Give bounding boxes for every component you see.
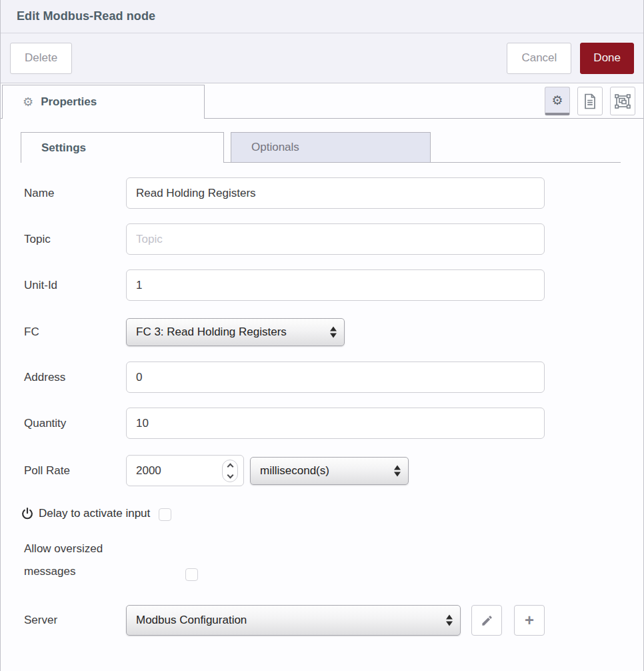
name-row: Name: [24, 177, 643, 209]
tab-optionals[interactable]: Optionals: [231, 132, 431, 162]
poll-rate-row: Poll Rate millisecond(s): [24, 455, 643, 486]
oversized-checkbox[interactable]: [185, 568, 198, 581]
unit-id-label: Unit-Id: [24, 279, 126, 292]
editor-icon-buttons: ⚙: [545, 87, 635, 115]
properties-tab-button[interactable]: ⚙: [545, 87, 570, 115]
updown-arrows-icon: [330, 327, 337, 338]
dialog-title: Edit Modbus-Read node: [17, 9, 155, 23]
done-button[interactable]: Done: [580, 43, 634, 74]
plus-icon: +: [525, 611, 534, 630]
address-label: Address: [24, 371, 126, 384]
gear-icon: ⚙: [551, 94, 563, 107]
editor-tab-bar: ⚙ Properties ⚙: [1, 83, 643, 119]
edit-node-dialog: Edit Modbus-Read node Delete Cancel Done…: [0, 0, 644, 671]
power-icon: [21, 507, 34, 520]
server-row: Server Modbus Configuration +: [24, 605, 643, 636]
tab-settings-label: Settings: [41, 141, 86, 155]
settings-form: Name Topic Unit-Id FC FC 3: Read Holding…: [1, 177, 643, 636]
dialog-toolbar: Delete Cancel Done: [1, 33, 643, 83]
poll-rate-label: Poll Rate: [24, 464, 126, 478]
delay-checkbox[interactable]: [159, 508, 171, 521]
topic-row: Topic: [24, 223, 643, 255]
fc-label: FC: [24, 325, 126, 339]
name-label: Name: [24, 187, 126, 200]
poll-rate-field: [126, 455, 244, 486]
server-select[interactable]: Modbus Configuration: [126, 605, 461, 636]
quantity-label: Quantity: [24, 417, 126, 430]
name-input[interactable]: [126, 177, 545, 209]
unit-id-input[interactable]: [126, 269, 545, 301]
tab-properties-label: Properties: [41, 95, 97, 109]
tab-optionals-label: Optionals: [251, 141, 299, 154]
delay-label: Delay to activate input: [39, 507, 150, 520]
delay-row: Delay to activate input: [21, 506, 643, 521]
fc-row: FC FC 3: Read Holding Registers: [24, 318, 643, 346]
updown-arrows-icon: [394, 465, 401, 476]
object-group-icon: [615, 94, 631, 109]
topic-label: Topic: [24, 233, 126, 246]
edit-server-button[interactable]: [471, 605, 502, 636]
file-text-icon: [583, 93, 597, 109]
cancel-button[interactable]: Cancel: [507, 43, 571, 74]
oversized-label-line2: messages: [24, 560, 185, 583]
quantity-input[interactable]: [126, 408, 545, 439]
quantity-row: Quantity: [24, 408, 643, 439]
description-tab-button[interactable]: [577, 87, 603, 115]
poll-rate-unit-value: millisecond(s): [260, 464, 329, 478]
fc-select[interactable]: FC 3: Read Holding Registers: [126, 318, 345, 346]
tab-settings[interactable]: Settings: [21, 132, 224, 163]
oversized-label: Allow oversized messages: [24, 538, 185, 583]
topic-input[interactable]: [126, 223, 545, 255]
oversized-label-line1: Allow oversized: [24, 538, 185, 560]
server-label: Server: [24, 614, 126, 627]
dialog-header: Edit Modbus-Read node: [1, 0, 643, 33]
add-server-button[interactable]: +: [514, 605, 545, 636]
delete-button[interactable]: Delete: [10, 43, 72, 74]
tab-properties[interactable]: ⚙ Properties: [2, 85, 205, 119]
unit-id-row: Unit-Id: [24, 269, 643, 301]
pencil-icon: [481, 614, 493, 627]
editor-content: Settings Optionals Name Topic Unit-Id: [1, 132, 643, 636]
spinner-icon[interactable]: [222, 460, 238, 482]
fc-select-value: FC 3: Read Holding Registers: [136, 325, 287, 339]
address-row: Address: [24, 362, 643, 393]
server-select-value: Modbus Configuration: [136, 614, 247, 627]
poll-rate-unit-select[interactable]: millisecond(s): [250, 457, 409, 485]
updown-arrows-icon: [446, 615, 453, 626]
address-input[interactable]: [126, 362, 545, 393]
gear-icon: ⚙: [23, 96, 33, 108]
oversized-row: Allow oversized messages: [24, 538, 643, 583]
appearance-tab-button[interactable]: [610, 87, 635, 115]
settings-optionals-tabs: Settings Optionals: [1, 132, 643, 163]
